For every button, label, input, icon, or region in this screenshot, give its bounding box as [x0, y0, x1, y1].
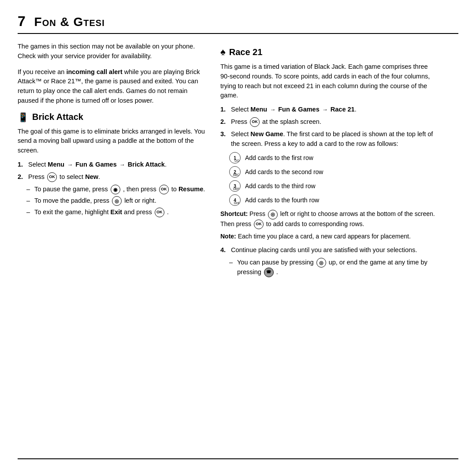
key-1-badge: 1GO	[229, 152, 241, 164]
ok-button-icon: OK	[47, 172, 57, 182]
nav-icon-shortcut: ◎	[268, 210, 278, 219]
page-header: 7 Fon & Gtesi	[18, 13, 458, 34]
shortcut-block: Shortcut: Press ◎ left or right to choos…	[220, 209, 436, 229]
key-1-text: Add cards to the first row	[245, 154, 313, 161]
brick-attack-title: 📱 Brick Attack	[18, 112, 207, 123]
step4-bullets: You can pause by pressing ◎ up, or end t…	[220, 258, 436, 277]
spade-icon: ♠	[220, 46, 226, 58]
note-block: Note: Each time you place a card, a new …	[220, 232, 436, 241]
race-step-2: 2. Press OK at the splash screen.	[220, 117, 436, 127]
intro2-bold: incoming call alert	[66, 68, 122, 75]
brick-bullet-2: To move the paddle, press ◎ left or righ…	[26, 196, 207, 206]
nav-icon-2: ◎	[112, 196, 122, 206]
left-column: The games in this section may not be ava…	[18, 42, 207, 458]
key-4-text: Add cards to the fourth row	[245, 197, 319, 204]
brick-step-2: 2. Press OK to select New.	[18, 172, 207, 182]
step4-text: Continue placing cards until you are sat…	[231, 245, 417, 255]
race-desc: This game is a timed variation of Black …	[220, 62, 436, 100]
brick-step-1: 1. Select Menu → Fun & Games → Brick Att…	[18, 160, 207, 170]
intro-text-1: The games in this section may not be ava…	[18, 42, 207, 61]
intro2-prefix: If you receive an	[18, 68, 66, 75]
race-title-text: Race 21	[229, 47, 263, 57]
page-footer	[18, 458, 458, 463]
pause-text: You can pause by pressing ◎ up, or end t…	[237, 258, 436, 277]
key-row-1: 1GO Add cards to the first row	[229, 152, 436, 164]
content-area: The games in this section may not be ava…	[18, 42, 458, 458]
nav-icon: ◉	[111, 185, 120, 194]
race-step-3: 3. Select New Game. The first card to be…	[220, 130, 436, 149]
race-step-1: 1. Select Menu → Fun & Games → Race 21.	[220, 105, 436, 115]
step4-bullet-1: You can pause by pressing ◎ up, or end t…	[229, 258, 436, 277]
ok-icon-race: OK	[250, 117, 260, 127]
page-title: 7 Fon & Gtesi	[18, 13, 458, 30]
key-row-4: 4GHI Add cards to the fourth row	[229, 194, 436, 206]
note-text: Each time you place a card, a new card a…	[236, 233, 411, 240]
key-2-badge: 2ABC	[229, 166, 241, 178]
race-step4-list: 4. Continue placing cards until you are …	[220, 245, 436, 255]
key-row-2: 2ABC Add cards to the second row	[229, 166, 436, 178]
brick-icon: 📱	[18, 112, 29, 123]
key-3-text: Add cards to the third row	[245, 182, 316, 190]
ok-icon-3: OK	[155, 208, 164, 217]
key-rows-container: 1GO Add cards to the first row 2ABC Add …	[229, 152, 436, 206]
right-column: ♠ Race 21 This game is a timed variation…	[220, 42, 436, 458]
note-label: Note:	[220, 233, 236, 240]
nav-up-icon: ◎	[316, 258, 326, 268]
brick-steps-list: 1. Select Menu → Fun & Games → Brick Att…	[18, 160, 207, 182]
key-2-text: Add cards to the second row	[245, 168, 323, 175]
race21-title: ♠ Race 21	[220, 46, 436, 58]
race-step-4: 4. Continue placing cards until you are …	[220, 245, 436, 255]
race-steps-list: 1. Select Menu → Fun & Games → Race 21. …	[220, 105, 436, 149]
key-row-3: 3DEF Add cards to the third row	[229, 180, 436, 192]
shortcut-label: Shortcut:	[220, 210, 248, 217]
intro-text-2: If you receive an incoming call alert wh…	[18, 67, 207, 106]
brick-bullet-1: To pause the game, press ◉ , then press …	[26, 185, 207, 194]
brick-bullets-list: To pause the game, press ◉ , then press …	[18, 185, 207, 218]
chapter-title: Fon & Gtesi	[34, 15, 105, 29]
ok-icon-shortcut: OK	[254, 219, 264, 229]
key-3-badge: 3DEF	[229, 180, 241, 192]
brick-bullet-3: To exit the game, highlight Exit and pre…	[26, 208, 207, 217]
brick-title-text: Brick Attack	[32, 112, 83, 122]
end-call-icon: ☎	[264, 268, 274, 277]
brick-desc: The goal of this game is to eliminate br…	[18, 127, 207, 156]
ok-icon-2: OK	[159, 185, 169, 194]
chapter-number: 7	[18, 13, 26, 29]
key-4-badge: 4GHI	[229, 194, 241, 206]
page: 7 Fon & Gtesi The games in this section …	[0, 0, 476, 476]
